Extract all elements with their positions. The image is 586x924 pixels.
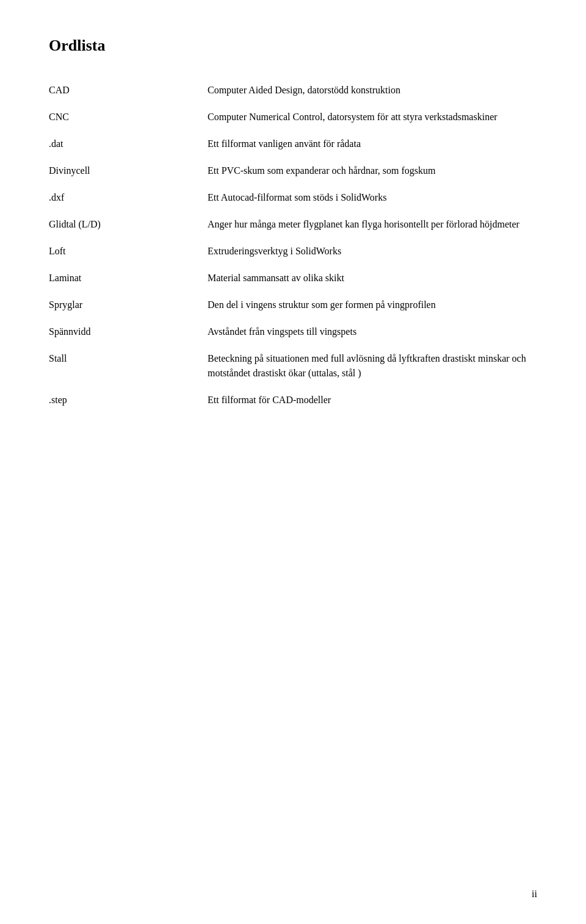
glossary-row: LaminatMaterial sammansatt av olika skik…: [49, 265, 537, 292]
glossary-row: .dxfEtt Autocad-filformat som stöds i So…: [49, 184, 537, 211]
glossary-definition: Computer Numerical Control, datorsystem …: [208, 104, 537, 131]
page-title: Ordlista: [49, 37, 537, 55]
glossary-term: CNC: [49, 104, 208, 131]
glossary-definition: Ett filformat för CAD-modeller: [208, 387, 537, 414]
glossary-term: Spännvidd: [49, 318, 208, 345]
glossary-term: Stall: [49, 345, 208, 387]
glossary-table: CADComputer Aided Design, datorstödd kon…: [49, 77, 537, 414]
glossary-row: .datEtt filformat vanligen använt för rå…: [49, 131, 537, 157]
glossary-row: LoftExtruderingsverktyg i SolidWorks: [49, 238, 537, 265]
glossary-term: .step: [49, 387, 208, 414]
page-number: ii: [532, 889, 537, 900]
glossary-row: Glidtal (L/D)Anger hur många meter flygp…: [49, 211, 537, 238]
glossary-definition: Material sammansatt av olika skikt: [208, 265, 537, 292]
glossary-term: Spryglar: [49, 292, 208, 318]
glossary-row: .stepEtt filformat för CAD-modeller: [49, 387, 537, 414]
glossary-definition: Beteckning på situationen med full avlös…: [208, 345, 537, 387]
glossary-term: Glidtal (L/D): [49, 211, 208, 238]
glossary-term: Laminat: [49, 265, 208, 292]
glossary-definition: Ett Autocad-filformat som stöds i SolidW…: [208, 184, 537, 211]
glossary-definition: Anger hur många meter flygplanet kan fly…: [208, 211, 537, 238]
glossary-term: .dat: [49, 131, 208, 157]
glossary-definition: Ett filformat vanligen använt för rådata: [208, 131, 537, 157]
glossary-term: .dxf: [49, 184, 208, 211]
glossary-row: CADComputer Aided Design, datorstödd kon…: [49, 77, 537, 104]
glossary-definition: Extruderingsverktyg i SolidWorks: [208, 238, 537, 265]
glossary-definition: Avståndet från vingspets till vingspets: [208, 318, 537, 345]
glossary-row: SpännviddAvståndet från vingspets till v…: [49, 318, 537, 345]
glossary-row: StallBeteckning på situationen med full …: [49, 345, 537, 387]
glossary-term: Loft: [49, 238, 208, 265]
glossary-row: SpryglarDen del i vingens struktur som g…: [49, 292, 537, 318]
glossary-row: CNCComputer Numerical Control, datorsyst…: [49, 104, 537, 131]
glossary-definition: Den del i vingens struktur som ger forme…: [208, 292, 537, 318]
glossary-row: DivinycellEtt PVC-skum som expanderar oc…: [49, 157, 537, 184]
glossary-term: Divinycell: [49, 157, 208, 184]
glossary-definition: Ett PVC-skum som expanderar och hårdnar,…: [208, 157, 537, 184]
glossary-definition: Computer Aided Design, datorstödd konstr…: [208, 77, 537, 104]
glossary-term: CAD: [49, 77, 208, 104]
